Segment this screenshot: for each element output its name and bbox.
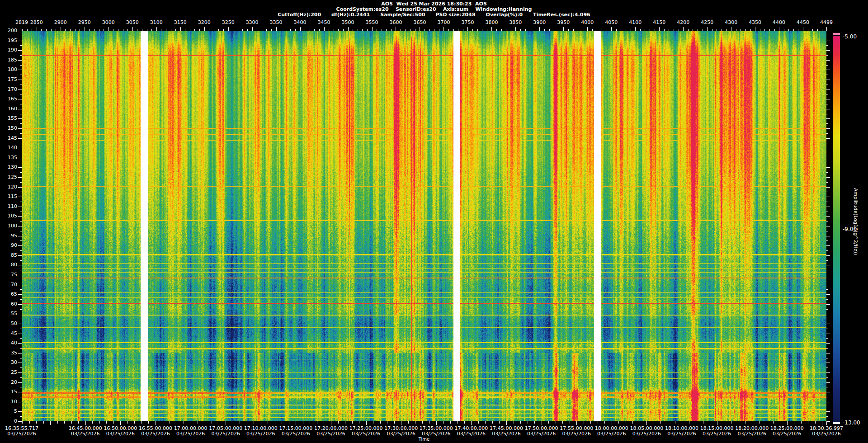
- top-axis-minor-tick: [290, 29, 291, 31]
- time-axis-major-tick: [156, 421, 156, 425]
- time-axis-minor-tick: [675, 421, 675, 424]
- freq-axis-major-tick: [18, 353, 22, 353]
- time-axis-major-tick: [366, 421, 367, 425]
- freq-axis-right-minor-tick: [826, 368, 828, 368]
- time-axis-date-label: 03/25/2026: [626, 431, 667, 437]
- freq-axis-minor-tick: [20, 123, 22, 124]
- time-axis-date-label: 03/25/2026: [65, 431, 106, 437]
- time-axis-major-tick: [682, 421, 682, 425]
- freq-axis-major-tick: [18, 382, 22, 383]
- top-axis-minor-tick: [472, 29, 473, 31]
- freq-axis-major-tick: [18, 60, 22, 61]
- top-axis-minor-tick: [631, 29, 631, 31]
- freq-axis-tick-label: 45: [0, 331, 17, 336]
- top-axis-minor-tick: [745, 29, 746, 31]
- top-axis-minor-tick: [406, 29, 406, 31]
- time-axis-minor-tick: [113, 421, 114, 424]
- top-axis-minor-tick: [295, 29, 296, 31]
- top-axis-minor-tick: [147, 29, 147, 31]
- top-axis-tick-label: 4400: [769, 20, 789, 25]
- freq-axis-major-tick: [18, 31, 22, 31]
- freq-axis-major-tick: [18, 148, 22, 148]
- top-axis-minor-tick: [382, 29, 382, 31]
- top-axis-minor-tick: [171, 29, 171, 31]
- top-axis-minor-tick: [127, 29, 128, 31]
- time-axis-minor-tick: [148, 421, 149, 424]
- top-axis-minor-tick: [142, 29, 142, 31]
- top-axis-minor-tick: [755, 29, 755, 31]
- freq-axis-right-minor-tick: [826, 407, 828, 407]
- top-axis-minor-tick: [61, 29, 61, 31]
- top-axis-minor-tick: [611, 29, 612, 31]
- top-axis-minor-tick: [563, 29, 564, 31]
- top-axis-minor-tick: [664, 29, 665, 31]
- top-axis-minor-tick: [688, 29, 689, 31]
- top-axis-minor-tick: [401, 29, 401, 31]
- top-axis-minor-tick: [616, 29, 617, 31]
- freq-axis-right-major-tick: [826, 392, 830, 392]
- freq-axis-right-minor-tick: [826, 416, 828, 417]
- top-axis-tick-label: 3750: [458, 20, 477, 25]
- freq-axis-major-tick: [18, 158, 22, 158]
- freq-axis-right-minor-tick: [826, 212, 828, 212]
- time-axis-date-label: 03/25/2026: [1, 431, 42, 437]
- time-axis-minor-tick: [632, 421, 633, 424]
- freq-axis-right-major-tick: [826, 90, 830, 90]
- time-axis-minor-tick: [548, 421, 549, 424]
- top-axis-minor-tick: [726, 29, 727, 31]
- freq-axis-right-minor-tick: [826, 114, 828, 114]
- freq-axis-right-major-tick: [826, 60, 830, 61]
- time-axis-minor-tick: [163, 421, 163, 424]
- freq-axis-right-minor-tick: [826, 280, 828, 280]
- top-axis-minor-tick: [669, 29, 669, 31]
- top-axis-minor-tick: [539, 29, 540, 31]
- time-axis-minor-tick: [556, 421, 556, 424]
- freq-axis-minor-tick: [20, 231, 22, 231]
- x-axis-title: Time: [22, 437, 826, 442]
- top-axis-minor-tick: [554, 29, 554, 31]
- freq-axis-right-major-tick: [826, 207, 830, 207]
- time-axis-minor-tick: [618, 421, 619, 424]
- freq-axis-major-tick: [18, 392, 22, 392]
- freq-axis-right-major-tick: [826, 197, 830, 197]
- top-axis-minor-tick: [310, 29, 310, 31]
- top-axis-minor-tick: [458, 29, 458, 31]
- freq-axis-minor-tick: [20, 94, 22, 94]
- freq-axis-minor-tick: [20, 163, 22, 163]
- freq-axis-right-major-tick: [826, 236, 830, 236]
- time-axis-date-label: 03/25/2026: [661, 431, 702, 437]
- freq-axis-major-tick: [18, 334, 22, 334]
- top-axis-tick-label: 3050: [123, 20, 142, 25]
- top-axis-minor-tick: [817, 29, 818, 31]
- time-axis-major-tick: [612, 421, 612, 425]
- time-axis-minor-tick: [528, 421, 528, 424]
- time-axis-date-label: 03/25/2026: [311, 431, 351, 437]
- top-axis-minor-tick: [434, 29, 434, 31]
- top-axis-minor-tick: [286, 29, 286, 31]
- top-axis-tick-label: 3400: [290, 20, 310, 25]
- freq-axis-minor-tick: [20, 329, 22, 329]
- freq-axis-right-minor-tick: [826, 104, 828, 104]
- time-axis-date-label: 03/25/2026: [100, 431, 141, 437]
- time-axis-date-label: 03/25/2026: [556, 431, 597, 437]
- top-axis-tick-label: 3350: [266, 20, 286, 25]
- freq-axis-minor-tick: [20, 212, 22, 212]
- freq-axis-right-minor-tick: [826, 289, 828, 290]
- time-axis-minor-tick: [485, 421, 486, 424]
- time-axis-minor-tick: [520, 421, 521, 424]
- freq-axis-minor-tick: [20, 407, 22, 407]
- freq-axis-major-tick: [18, 216, 22, 217]
- freq-axis-major-tick: [18, 187, 22, 188]
- top-axis-minor-tick: [46, 29, 47, 31]
- top-axis-major-tick: [826, 27, 827, 31]
- freq-axis-minor-tick: [20, 358, 22, 358]
- top-axis-minor-tick: [717, 29, 717, 31]
- top-axis-minor-tick: [808, 29, 808, 31]
- top-axis-minor-tick: [559, 29, 559, 31]
- top-axis-minor-tick: [463, 29, 463, 31]
- time-axis-minor-tick: [92, 421, 93, 424]
- top-axis-tick-label: 2900: [51, 20, 71, 25]
- top-axis-minor-tick: [281, 29, 281, 31]
- time-axis-minor-tick: [219, 421, 219, 424]
- top-axis-minor-tick: [104, 29, 104, 31]
